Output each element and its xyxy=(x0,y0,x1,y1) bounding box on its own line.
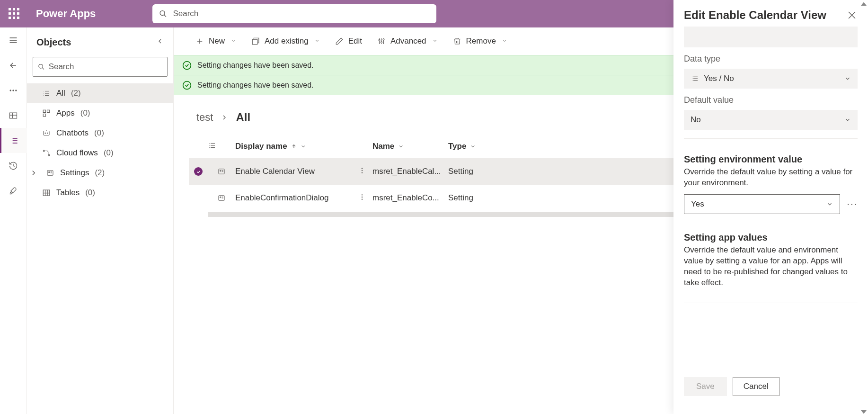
tree-count: (0) xyxy=(80,108,90,118)
row-checkbox[interactable] xyxy=(189,167,208,176)
edit-flyout: Edit Enable Calendar View Data type Yes … xyxy=(673,0,868,414)
tree-item-tables[interactable]: Tables (0) xyxy=(27,183,173,203)
table-icon[interactable] xyxy=(0,103,27,128)
breadcrumb-first[interactable]: test xyxy=(196,111,213,124)
advanced-icon xyxy=(377,37,386,45)
edit-button[interactable]: Edit xyxy=(328,32,369,51)
svg-rect-39 xyxy=(43,190,50,196)
add-existing-icon xyxy=(251,37,260,45)
close-icon[interactable] xyxy=(846,9,858,21)
env-value-desc: Override the default value by setting a … xyxy=(684,167,858,189)
column-type[interactable]: Type xyxy=(448,142,524,151)
tree-count: (2) xyxy=(71,89,81,98)
svg-point-75 xyxy=(362,198,363,199)
rocket-icon[interactable] xyxy=(0,178,27,203)
tree-label: Cloud flows xyxy=(56,148,98,158)
column-display-name[interactable]: Display name xyxy=(235,142,372,151)
row-more-icon[interactable] xyxy=(358,193,372,203)
hamburger-icon[interactable] xyxy=(0,27,27,53)
tree-label: All xyxy=(56,89,65,98)
svg-point-7 xyxy=(12,90,14,91)
search-icon xyxy=(159,9,167,18)
new-button[interactable]: New xyxy=(189,32,243,51)
svg-rect-35 xyxy=(47,171,53,176)
back-icon[interactable] xyxy=(0,53,27,78)
scroll-up-icon[interactable] xyxy=(859,0,868,7)
row-display-name: EnableConfirmationDialog xyxy=(235,193,358,203)
svg-line-1 xyxy=(164,15,166,17)
app-values-heading: Setting app values xyxy=(684,232,858,243)
svg-rect-9 xyxy=(10,113,17,118)
svg-point-51 xyxy=(381,42,382,43)
svg-point-6 xyxy=(10,90,11,91)
svg-point-30 xyxy=(45,133,46,134)
tree-label: Tables xyxy=(56,188,80,198)
svg-point-31 xyxy=(47,133,48,134)
row-display-name: Enable Calendar View xyxy=(235,167,358,176)
objects-title: Objects xyxy=(36,37,71,48)
objects-search[interactable] xyxy=(33,57,168,77)
tree-count: (0) xyxy=(104,148,114,158)
tree-item-settings[interactable]: Settings (2) xyxy=(27,163,173,183)
more-icon[interactable] xyxy=(0,78,27,103)
left-rail xyxy=(0,27,27,414)
svg-point-0 xyxy=(160,11,165,16)
row-more-icon[interactable] xyxy=(358,167,372,177)
remove-button[interactable]: Remove xyxy=(446,32,514,51)
checkmark-icon xyxy=(194,167,203,176)
history-icon[interactable] xyxy=(0,153,27,178)
search-icon xyxy=(38,63,45,71)
list-icon[interactable] xyxy=(0,128,27,153)
app-launcher-icon[interactable] xyxy=(6,5,23,22)
svg-rect-26 xyxy=(43,110,45,112)
tree-item-cloudflows[interactable]: Cloud flows (0) xyxy=(27,143,173,163)
column-icon-header[interactable] xyxy=(208,141,235,152)
row-type: Setting xyxy=(448,167,524,176)
svg-point-50 xyxy=(379,39,380,41)
svg-rect-46 xyxy=(252,39,257,45)
svg-line-19 xyxy=(42,68,44,70)
scroll-down-icon[interactable] xyxy=(859,407,868,414)
tree-item-all[interactable]: All (2) xyxy=(27,83,173,103)
name-field-disabled xyxy=(684,27,858,47)
svg-point-54 xyxy=(183,81,191,89)
svg-point-36 xyxy=(49,171,50,172)
trash-icon xyxy=(453,37,461,45)
cancel-button[interactable]: Cancel xyxy=(733,377,779,396)
svg-rect-29 xyxy=(44,131,49,135)
global-search-input[interactable] xyxy=(173,9,430,18)
setting-icon xyxy=(208,194,235,202)
objects-panel: Objects All (2) Apps (0) Chatbots (0) Cl… xyxy=(27,27,174,414)
flyout-title: Edit Enable Calendar View xyxy=(684,9,826,22)
column-name[interactable]: Name xyxy=(372,142,448,151)
chevron-right-icon[interactable] xyxy=(29,169,38,177)
tree-count: (0) xyxy=(85,188,95,198)
more-icon[interactable]: ··· xyxy=(847,198,858,209)
sort-up-icon xyxy=(291,144,297,149)
check-circle-icon xyxy=(182,81,192,90)
tree-item-chatbots[interactable]: Chatbots (0) xyxy=(27,123,173,143)
advanced-button[interactable]: Advanced xyxy=(371,32,444,51)
collapse-panel-icon[interactable] xyxy=(156,37,164,47)
objects-search-input[interactable] xyxy=(49,62,162,72)
data-type-label: Data type xyxy=(684,54,858,64)
save-button: Save xyxy=(684,377,727,396)
svg-rect-69 xyxy=(219,196,224,201)
flow-icon xyxy=(42,149,51,157)
svg-marker-85 xyxy=(861,410,867,414)
setting-icon xyxy=(208,167,235,176)
env-value-dropdown[interactable]: Yes xyxy=(684,194,840,214)
chevron-down-icon xyxy=(501,36,507,46)
tree-item-apps[interactable]: Apps (0) xyxy=(27,103,173,123)
app-values-desc: Override the default value and environme… xyxy=(684,245,858,288)
add-existing-button[interactable]: Add existing xyxy=(245,32,327,51)
chatbot-icon xyxy=(42,129,51,137)
svg-point-74 xyxy=(362,196,363,197)
chevron-down-icon xyxy=(301,144,306,149)
tree-count: (0) xyxy=(94,128,104,138)
yesno-icon xyxy=(691,74,699,83)
list-icon xyxy=(42,89,51,98)
svg-point-63 xyxy=(220,170,221,171)
global-search[interactable] xyxy=(152,4,436,23)
svg-point-52 xyxy=(383,39,384,40)
